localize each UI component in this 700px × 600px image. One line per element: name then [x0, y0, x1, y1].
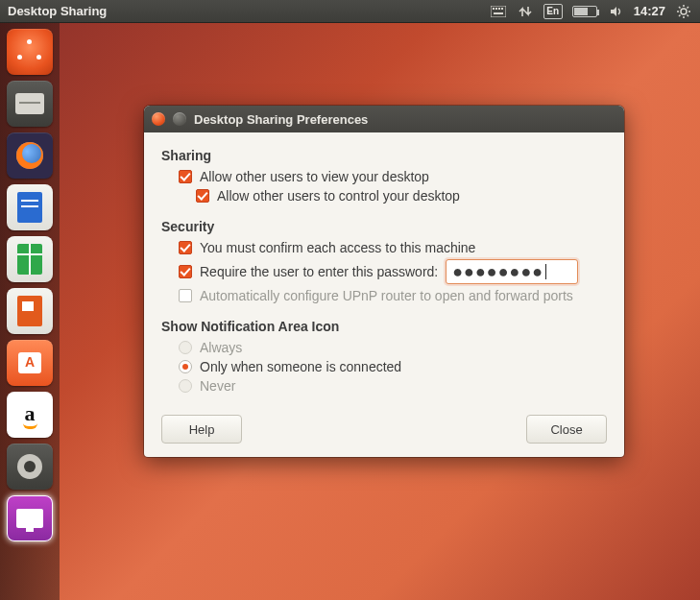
radio-icon [179, 360, 192, 373]
svg-rect-2 [495, 8, 497, 10]
checkbox-icon [179, 241, 192, 254]
help-button[interactable]: Help [161, 415, 242, 444]
radio-never[interactable]: Never [179, 378, 607, 394]
launcher-files[interactable] [7, 81, 53, 127]
radio-always[interactable]: Always [179, 340, 607, 355]
panel-app-title: Desktop Sharing [8, 4, 107, 18]
svg-line-12 [688, 14, 689, 16]
radio-label: Always [200, 340, 242, 355]
checkbox-confirm-access[interactable]: You must confirm each access to this mac… [179, 240, 607, 255]
dialog-titlebar[interactable]: Desktop Sharing Preferences [144, 106, 624, 132]
radio-icon [179, 341, 192, 354]
checkbox-label: Allow other users to view your desktop [200, 169, 429, 184]
firefox-icon [16, 142, 43, 169]
launcher-desktop-sharing[interactable] [7, 495, 53, 541]
gear-icon[interactable] [675, 3, 692, 20]
launcher-impress[interactable] [7, 288, 53, 334]
svg-rect-4 [501, 8, 503, 10]
button-label: Help [189, 422, 215, 437]
files-icon [15, 93, 44, 114]
launcher-firefox[interactable] [7, 132, 53, 179]
launcher-amazon[interactable]: a [7, 392, 53, 438]
writer-icon [17, 192, 42, 223]
text-caret [545, 264, 546, 279]
battery-icon[interactable] [572, 6, 597, 17]
top-panel: Desktop Sharing En 14:27 [0, 0, 700, 23]
desktop-sharing-icon [16, 509, 43, 528]
radio-label: Never [200, 378, 235, 394]
calc-icon [17, 244, 42, 275]
dialog-desktop-sharing: Desktop Sharing Preferences Sharing Allo… [144, 106, 624, 457]
svg-rect-0 [491, 6, 506, 17]
amazon-icon: a [23, 401, 37, 429]
panel-clock[interactable]: 14:27 [634, 4, 665, 18]
ubuntu-logo-icon [17, 39, 42, 64]
launcher-software[interactable] [7, 340, 53, 386]
svg-rect-5 [494, 12, 503, 14]
settings-icon [17, 454, 42, 479]
svg-line-13 [688, 7, 689, 9]
radio-icon [179, 379, 192, 393]
dialog-title: Desktop Sharing Preferences [194, 112, 368, 127]
close-icon[interactable] [152, 112, 165, 126]
dialog-footer: Help Close [161, 415, 607, 444]
svg-line-11 [679, 7, 681, 9]
checkbox-icon [179, 289, 192, 302]
launcher-calc[interactable] [7, 236, 53, 282]
checkbox-allow-control[interactable]: Allow other users to control your deskto… [196, 188, 607, 204]
checkbox-icon [196, 189, 209, 203]
section-notify-heading: Show Notification Area Icon [161, 319, 607, 334]
radio-label: Only when someone is connected [200, 359, 401, 374]
checkbox-label: Automatically configure UPnP router to o… [200, 288, 573, 303]
launcher: a [0, 23, 60, 600]
dialog-body: Sharing Allow other users to view your d… [144, 132, 624, 457]
close-button[interactable]: Close [526, 415, 607, 444]
checkbox-label: You must confirm each access to this mac… [200, 240, 475, 255]
checkbox-allow-view[interactable]: Allow other users to view your desktop [179, 169, 607, 184]
radio-only-connected[interactable]: Only when someone is connected [179, 359, 607, 374]
section-security-heading: Security [161, 219, 607, 234]
sound-icon[interactable] [607, 3, 624, 20]
checkbox-require-password[interactable]: Require the user to enter this password:… [179, 259, 607, 284]
checkbox-icon [179, 265, 192, 278]
launcher-settings[interactable] [7, 444, 53, 490]
password-mask: ●●●●●●●● [452, 262, 543, 282]
svg-rect-1 [493, 8, 495, 10]
section-sharing-heading: Sharing [161, 148, 607, 163]
svg-point-6 [681, 9, 687, 14]
keyboard-indicator-icon[interactable] [490, 3, 507, 20]
minimize-icon[interactable] [173, 112, 186, 126]
network-icon[interactable] [517, 3, 534, 20]
svg-line-14 [679, 14, 681, 16]
checkbox-label: Require the user to enter this password: [200, 264, 438, 279]
button-label: Close [550, 422, 582, 437]
svg-rect-3 [498, 8, 500, 10]
impress-icon [17, 296, 42, 326]
checkbox-label: Allow other users to control your deskto… [217, 188, 460, 204]
checkbox-upnp[interactable]: Automatically configure UPnP router to o… [179, 288, 607, 303]
checkbox-icon [179, 170, 192, 183]
password-input[interactable]: ●●●●●●●● [446, 259, 578, 284]
launcher-writer[interactable] [7, 184, 53, 230]
launcher-dash[interactable] [7, 29, 53, 75]
software-center-icon [18, 352, 41, 373]
language-indicator[interactable]: En [543, 4, 563, 19]
